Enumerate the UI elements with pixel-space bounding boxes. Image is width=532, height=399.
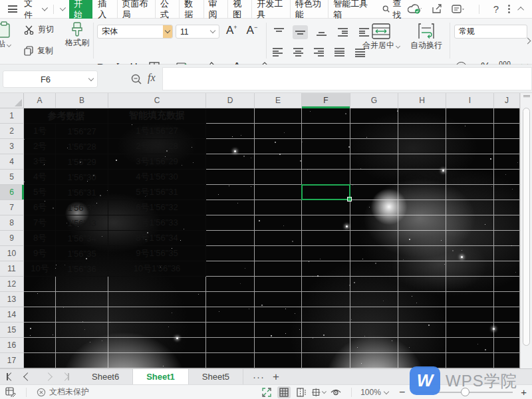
grid-cell-J16[interactable] — [494, 338, 520, 353]
row-header-15[interactable]: 15 — [0, 323, 24, 338]
row-header-9[interactable]: 9 — [0, 231, 24, 246]
row-header-17[interactable]: 17 — [0, 353, 24, 368]
grid-cell-J14[interactable] — [494, 307, 520, 323]
grid-cell-G5[interactable] — [350, 170, 398, 185]
table-cell-C2[interactable]: 1号1'56"27 — [108, 124, 206, 139]
grid-cell-F14[interactable] — [302, 307, 350, 323]
grid-cell-F17[interactable] — [302, 353, 350, 368]
table-cell-B6[interactable]: 1'56"31 — [56, 185, 108, 200]
grid-cell-D17[interactable] — [206, 353, 255, 368]
column-header-E[interactable]: E — [255, 93, 302, 108]
grid-cell-G7[interactable] — [350, 200, 398, 215]
zoom-in-button[interactable]: + — [521, 386, 527, 398]
grid-cell-I8[interactable] — [446, 215, 494, 231]
grid-cell-J11[interactable] — [494, 261, 520, 277]
grid-cell-D8[interactable] — [206, 215, 255, 231]
grid-cell-G1[interactable] — [350, 108, 398, 124]
zoom-formula-icon[interactable] — [130, 73, 142, 85]
grid-cell-D7[interactable] — [206, 200, 255, 215]
row-header-1[interactable]: 1 — [0, 108, 24, 124]
align-middle-button[interactable] — [293, 25, 308, 39]
grid-cell-I10[interactable] — [446, 246, 494, 261]
select-all-corner[interactable] — [0, 93, 24, 108]
grid-cell-H8[interactable] — [398, 215, 446, 231]
format-painter-button[interactable]: 格式刷 — [61, 21, 93, 49]
align-top-button[interactable] — [271, 25, 287, 39]
grid-cell-D10[interactable] — [206, 246, 255, 261]
row-header-8[interactable]: 8 — [0, 215, 24, 231]
zoom-out-button[interactable]: − — [399, 386, 405, 398]
grid-cell-H5[interactable] — [398, 170, 446, 185]
wrap-text-button[interactable]: 自动换行 — [408, 23, 445, 51]
table-cell-C1[interactable]: 智能填充数据 — [108, 108, 206, 124]
merge-center-button[interactable]: 合并居中 — [360, 23, 402, 51]
grid-cell-I1[interactable] — [446, 108, 494, 124]
grid-cell-F8[interactable] — [302, 215, 350, 231]
grid-cell-G3[interactable] — [350, 139, 398, 154]
row-header-7[interactable]: 7 — [0, 200, 24, 215]
table-cell-C6[interactable]: 5号1'56"31 — [108, 185, 206, 200]
decrease-font-button[interactable]: A− — [247, 24, 258, 37]
column-header-A[interactable]: A — [24, 93, 56, 108]
grid-cell-E4[interactable] — [255, 154, 302, 170]
row-header-14[interactable]: 14 — [0, 307, 24, 323]
sheet-tab-sheet6[interactable]: Sheet6 — [78, 369, 133, 385]
table-cell-B11[interactable]: 1'56"36 — [56, 261, 108, 277]
font-name-select[interactable]: 宋体 — [97, 25, 173, 39]
grid-cell-G8[interactable] — [350, 215, 398, 231]
quick-access-chevron-icon[interactable] — [60, 5, 66, 11]
grid-cell-E12[interactable] — [255, 277, 302, 292]
grid-cell-F16[interactable] — [302, 338, 350, 353]
share-icon[interactable] — [432, 4, 442, 14]
grid-cell-J8[interactable] — [494, 215, 520, 231]
grid-cell-D2[interactable] — [206, 124, 255, 139]
cloud-sync-icon[interactable] — [408, 4, 422, 14]
table-cell-A1[interactable]: 参考数据 — [24, 108, 108, 124]
grid-cell-G9[interactable] — [350, 231, 398, 246]
grid-cell-C14[interactable] — [108, 307, 206, 323]
next-sheet-button[interactable] — [44, 372, 53, 381]
first-sheet-button[interactable] — [7, 373, 14, 380]
grid-cell-D12[interactable] — [206, 277, 255, 292]
grid-cell-G14[interactable] — [350, 307, 398, 323]
grid-cell-F3[interactable] — [302, 139, 350, 154]
grid-cell-C13[interactable] — [108, 292, 206, 307]
last-sheet-button[interactable] — [62, 373, 69, 380]
grid-cell-F15[interactable] — [302, 323, 350, 338]
grid-cell-C15[interactable] — [108, 323, 206, 338]
table-cell-B5[interactable]: 1'56"30 — [56, 170, 108, 185]
table-cell-A10[interactable]: 9号 — [24, 246, 56, 261]
column-header-H[interactable]: H — [398, 93, 446, 108]
table-cell-B7[interactable]: 1'56"32 — [56, 200, 108, 215]
align-left-button[interactable] — [270, 45, 285, 59]
table-cell-C11[interactable]: 10号1'56"36 — [108, 261, 206, 277]
grid-cell-F7[interactable] — [302, 200, 350, 215]
grid-cell-D6[interactable] — [206, 185, 255, 200]
column-header-J[interactable]: J — [494, 93, 520, 108]
column-header-D[interactable]: D — [206, 93, 255, 108]
grid-cell-H16[interactable] — [398, 338, 446, 353]
grid-cell-E14[interactable] — [255, 307, 302, 323]
row-header-16[interactable]: 16 — [0, 338, 24, 353]
grid-cell-B12[interactable] — [56, 277, 108, 292]
grid-cell-J10[interactable] — [494, 246, 520, 261]
grid-cell-B14[interactable] — [56, 307, 108, 323]
increase-font-button[interactable]: A+ — [226, 24, 237, 37]
grid-cell-E16[interactable] — [255, 338, 302, 353]
grid-cell-G6[interactable] — [350, 185, 398, 200]
grid-cell-J1[interactable] — [494, 108, 520, 124]
grid-cell-B15[interactable] — [56, 323, 108, 338]
page-layout-view-icon[interactable] — [312, 386, 325, 398]
grid-cell-H12[interactable] — [398, 277, 446, 292]
grid-cell-I15[interactable] — [446, 323, 494, 338]
grid-cell-H2[interactable] — [398, 124, 446, 139]
protection-status[interactable]: 文档未保护 — [37, 386, 89, 398]
grid-cell-H15[interactable] — [398, 323, 446, 338]
grid-cell-A17[interactable] — [24, 353, 56, 368]
number-format-select[interactable]: 常规 — [454, 25, 527, 39]
align-right-button[interactable] — [311, 45, 327, 59]
table-cell-C10[interactable]: 9号1'56"35 — [108, 246, 206, 261]
toolbar-expand-icon[interactable] — [525, 38, 531, 45]
add-sheet-button[interactable]: + — [273, 370, 279, 384]
grid-cell-D16[interactable] — [206, 338, 255, 353]
